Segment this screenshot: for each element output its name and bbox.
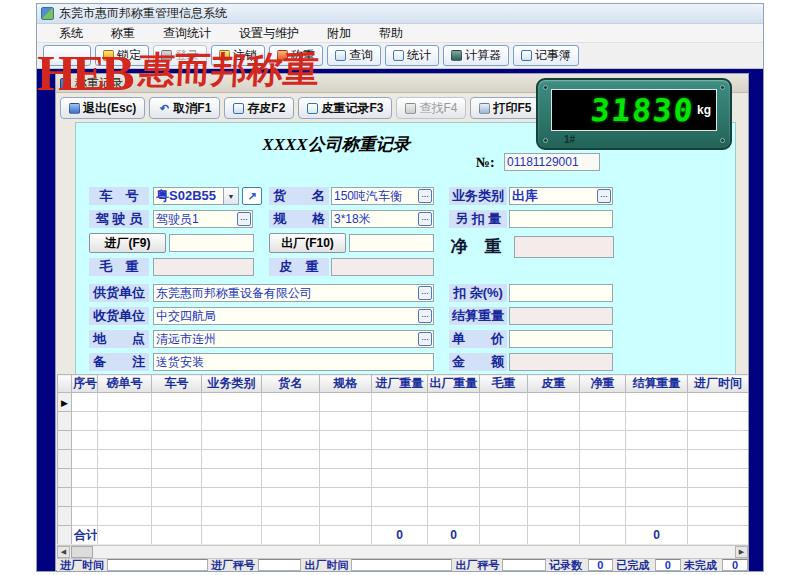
notebook-button[interactable]: 记事簿 <box>513 45 579 66</box>
menu-settings-maintenance[interactable]: 设置与维护 <box>225 24 313 43</box>
exit-factory-button[interactable]: 出厂(F10) <box>269 233 346 253</box>
table-cell <box>72 450 98 469</box>
net-weight-input[interactable] <box>515 240 613 254</box>
column-header[interactable]: 毛重 <box>480 375 528 393</box>
driver-input[interactable] <box>154 212 237 226</box>
gross-weight-input[interactable] <box>154 260 253 274</box>
vehicle-dropdown-button[interactable]: ▼ <box>223 188 238 204</box>
row-selector-cell <box>58 488 72 507</box>
receiver-input[interactable] <box>154 309 418 323</box>
column-header[interactable]: 车号 <box>152 375 202 393</box>
table-cell <box>480 507 528 526</box>
net-weight-field <box>514 236 614 258</box>
net-weight-label: 净 重 <box>444 236 508 258</box>
scroll-left-button[interactable]: ◀ <box>57 546 70 558</box>
button-label: 皮重记录F3 <box>321 100 383 117</box>
menu-system[interactable]: 系统 <box>45 24 97 43</box>
menu-extra[interactable]: 附加 <box>313 24 365 43</box>
vehicle-lookup-button[interactable]: ↗ <box>242 187 262 205</box>
driver-ellipsis-button[interactable] <box>237 212 251 226</box>
business-type-ellipsis-button[interactable] <box>597 189 611 203</box>
table-cell <box>688 526 749 545</box>
record-window: 称重记录 退出(Esc) ↶取消F1 存皮F2 皮重记录F3 查找F4 打印F5… <box>55 73 749 571</box>
tare-records-button[interactable]: 皮重记录F3 <box>298 97 392 119</box>
calculator-icon <box>451 50 462 61</box>
gross-weight-field <box>153 258 254 276</box>
note-input[interactable] <box>154 355 433 369</box>
toolbar-button-hidden[interactable] <box>43 45 91 66</box>
query-button[interactable]: 查询 <box>327 45 381 66</box>
weigh-button[interactable]: 称重 <box>269 45 323 66</box>
receiver-ellipsis-button[interactable] <box>418 309 432 323</box>
enter-factory-button[interactable]: 进厂(F9) <box>89 233 166 253</box>
table-cell <box>152 469 202 488</box>
column-header[interactable]: 进厂重量 <box>372 375 428 393</box>
place-input[interactable] <box>154 332 418 346</box>
column-header[interactable]: 皮重 <box>528 375 580 393</box>
supplier-ellipsis-button[interactable] <box>418 286 432 300</box>
row-selector-cell <box>58 412 72 431</box>
menu-weigh[interactable]: 称重 <box>97 24 149 43</box>
column-header[interactable]: 出厂重量 <box>428 375 480 393</box>
app-title: 东莞市惠而邦称重管理信息系统 <box>59 5 227 22</box>
table-cell <box>688 488 749 507</box>
exit-button[interactable]: 退出(Esc) <box>60 97 145 119</box>
print-button[interactable]: 打印F5 <box>470 97 540 119</box>
cargo-ellipsis-button[interactable] <box>418 189 432 203</box>
record-no-input[interactable] <box>505 155 599 169</box>
status-out-scale-label: 出厂秤号 <box>452 559 502 571</box>
extra-deduction-input[interactable] <box>510 212 612 226</box>
table-cell <box>626 507 688 526</box>
column-header[interactable]: 货名 <box>262 375 320 393</box>
column-header[interactable]: 净重 <box>580 375 626 393</box>
settle-weight-input[interactable] <box>510 309 612 323</box>
impurity-input[interactable] <box>510 286 612 300</box>
row-selector-cell <box>58 507 72 526</box>
column-header[interactable]: 序号 <box>72 375 98 393</box>
stats-button[interactable]: 统计 <box>385 45 439 66</box>
spec-ellipsis-button[interactable] <box>418 212 432 226</box>
status-in-scale-label: 进厂秤号 <box>208 559 258 571</box>
unit-price-input[interactable] <box>510 332 612 346</box>
toolbar-label: 计算器 <box>465 47 501 64</box>
scroll-right-button[interactable]: ▶ <box>735 546 748 558</box>
table-cell <box>320 507 372 526</box>
spec-input[interactable] <box>332 212 418 226</box>
exit-weight-input[interactable] <box>350 236 433 250</box>
tare-weight-input[interactable] <box>332 260 433 274</box>
enter-weight-input[interactable] <box>170 236 253 250</box>
menu-help[interactable]: 帮助 <box>365 24 417 43</box>
column-header[interactable]: 磅单号 <box>98 375 152 393</box>
save-tare-button[interactable]: 存皮F2 <box>224 97 294 119</box>
table-cell <box>626 450 688 469</box>
menu-query-stats[interactable]: 查询统计 <box>149 24 225 43</box>
screw-icon <box>720 85 725 90</box>
cargo-label: 货 名 <box>269 187 329 205</box>
find-button[interactable]: 查找F4 <box>396 97 466 119</box>
table-cell <box>528 469 580 488</box>
supplier-label: 供货单位 <box>89 284 149 302</box>
logout-button[interactable]: 注销 <box>211 45 265 66</box>
column-header[interactable]: 进厂时间 <box>688 375 749 393</box>
spec-label: 规 格 <box>269 210 329 228</box>
table-cell <box>480 469 528 488</box>
column-header[interactable]: 业务类别 <box>202 375 262 393</box>
business-type-input[interactable] <box>510 189 597 204</box>
login-button[interactable]: 登录 <box>153 45 207 66</box>
column-header[interactable]: 结算重量 <box>626 375 688 393</box>
vehicle-combobox: ▼ <box>153 187 239 205</box>
cargo-input[interactable] <box>332 189 418 203</box>
supplier-input[interactable] <box>154 286 418 300</box>
table-cell <box>428 393 480 412</box>
column-header[interactable]: 规格 <box>320 375 372 393</box>
vehicle-input[interactable] <box>154 189 223 204</box>
button-label: 取消F1 <box>173 100 211 117</box>
calculator-button[interactable]: 计算器 <box>443 45 509 66</box>
table-cell <box>528 393 580 412</box>
cancel-button[interactable]: ↶取消F1 <box>149 97 220 119</box>
scrollbar-thumb[interactable] <box>71 546 93 558</box>
place-ellipsis-button[interactable] <box>418 332 432 346</box>
scrollbar-track[interactable] <box>93 546 735 558</box>
lock-button[interactable]: 锁定 <box>95 45 149 66</box>
amount-input[interactable] <box>510 355 612 369</box>
